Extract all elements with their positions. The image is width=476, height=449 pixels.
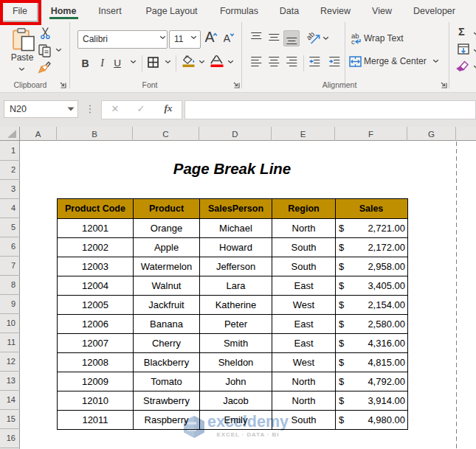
svg-text:c: c (351, 37, 355, 44)
svg-text:A: A (205, 32, 215, 43)
svg-text:A: A (224, 32, 231, 43)
